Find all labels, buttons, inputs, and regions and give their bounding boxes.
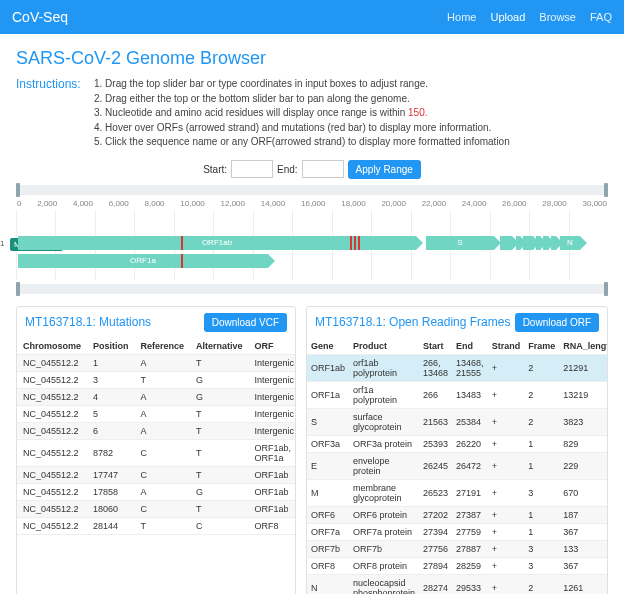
download-vcf-button[interactable]: Download VCF: [204, 313, 287, 332]
table-row[interactable]: NC_045512.24AGIntergenic: [17, 388, 296, 405]
orf7-track[interactable]: [543, 236, 548, 250]
table-row[interactable]: NC_045512.21ATIntergenic: [17, 354, 296, 371]
table-row[interactable]: NC_045512.28782CTORF1ab, ORF1a: [17, 439, 296, 466]
mutation-bar[interactable]: [350, 236, 352, 250]
top-slider[interactable]: [16, 185, 608, 195]
table-row[interactable]: ORF8ORF8 protein2789428259+3367No: [307, 557, 608, 574]
mutations-title: MT163718.1: Mutations: [25, 315, 204, 329]
end-input[interactable]: [302, 160, 344, 178]
table-row[interactable]: Ssurface glycoprotein2156325384+23823No: [307, 408, 608, 435]
mutation-bar[interactable]: [354, 236, 356, 250]
orf6-track[interactable]: [536, 236, 540, 250]
table-row[interactable]: NC_045512.228144TCORF8: [17, 517, 296, 534]
table-row[interactable]: NC_045512.217858AGORF1ab: [17, 483, 296, 500]
orf1a-track[interactable]: ORF1a: [18, 254, 268, 268]
nav-link-upload[interactable]: Upload: [490, 11, 525, 23]
table-row[interactable]: Eenvelope protein2624526472+1229No: [307, 452, 608, 479]
instructions-label: Instructions:: [16, 77, 88, 150]
start-input[interactable]: [231, 160, 273, 178]
table-row[interactable]: ORF6ORF6 protein2720227387+1187No: [307, 506, 608, 523]
navbar: CoV-Seq HomeUploadBrowseFAQ: [0, 0, 624, 34]
e-track[interactable]: [516, 236, 520, 250]
table-row[interactable]: ORF7aORF7a protein2739427759+1367No: [307, 523, 608, 540]
m-track[interactable]: [523, 236, 533, 250]
genome-axis: 02,0004,0006,0008,00010,00012,00014,0001…: [16, 199, 608, 208]
orf-title: MT163718.1: Open Reading Frames: [315, 315, 515, 329]
mutation-bar[interactable]: [358, 236, 360, 250]
download-orf-button[interactable]: Download ORF: [515, 313, 599, 332]
table-row[interactable]: ORF3aORF3a protein2539326220+1829No: [307, 435, 608, 452]
n-track[interactable]: N: [560, 236, 580, 250]
table-row[interactable]: ORF7bORF7b2775627887+3133No: [307, 540, 608, 557]
table-row[interactable]: NC_045512.26ATIntergenic: [17, 422, 296, 439]
instructions-list: 1. Drag the top slider bar or type coord…: [94, 77, 510, 150]
table-row[interactable]: Nnucleocapsid phosphoprotein2827429533+2…: [307, 574, 608, 594]
mutations-panel: MT163718.1: Mutations Download VCF Chrom…: [16, 306, 296, 595]
orf3a-track[interactable]: [500, 236, 512, 250]
brand[interactable]: CoV-Seq: [12, 9, 68, 25]
orf1ab-track[interactable]: ORF1ab: [18, 236, 416, 250]
page-title: SARS-CoV-2 Genome Browser: [16, 48, 608, 69]
table-row[interactable]: NC_045512.23TGIntergenic: [17, 371, 296, 388]
nav-link-faq[interactable]: FAQ: [590, 11, 612, 23]
table-row[interactable]: NC_045512.25ATIntergenic: [17, 405, 296, 422]
orf8-track[interactable]: [551, 236, 556, 250]
table-row[interactable]: ORF1aorf1a polyprotein26613483+213219No: [307, 381, 608, 408]
table-row[interactable]: NC_045512.217747CTORF1ab: [17, 466, 296, 483]
nav-link-browse[interactable]: Browse: [539, 11, 576, 23]
table-row[interactable]: Mmembrane glycoprotein2652327191+3670No: [307, 479, 608, 506]
orf-panel: MT163718.1: Open Reading Frames Download…: [306, 306, 608, 595]
mutation-bar[interactable]: [181, 254, 183, 268]
bottom-slider[interactable]: [16, 284, 608, 294]
s-track[interactable]: S: [426, 236, 494, 250]
apply-range-button[interactable]: Apply Range: [348, 160, 421, 179]
range-controls: Start: End: Apply Range: [16, 160, 608, 179]
start-label: Start:: [203, 164, 227, 175]
mutations-table: ChromosomePositionReferenceAlternativeOR…: [17, 338, 296, 535]
mutation-bar[interactable]: [181, 236, 183, 250]
end-label: End:: [277, 164, 298, 175]
genome-track[interactable]: 1MT163718.1 ORF1ab ORF1a S N: [16, 210, 608, 280]
orf-table: GeneProductStartEndStrandFrameRNA_length…: [307, 338, 608, 595]
nav-link-home[interactable]: Home: [447, 11, 476, 23]
table-row[interactable]: NC_045512.218060CTORF1ab: [17, 500, 296, 517]
table-row[interactable]: ORF1aborf1ab polyprotein266, 1346813468,…: [307, 354, 608, 381]
